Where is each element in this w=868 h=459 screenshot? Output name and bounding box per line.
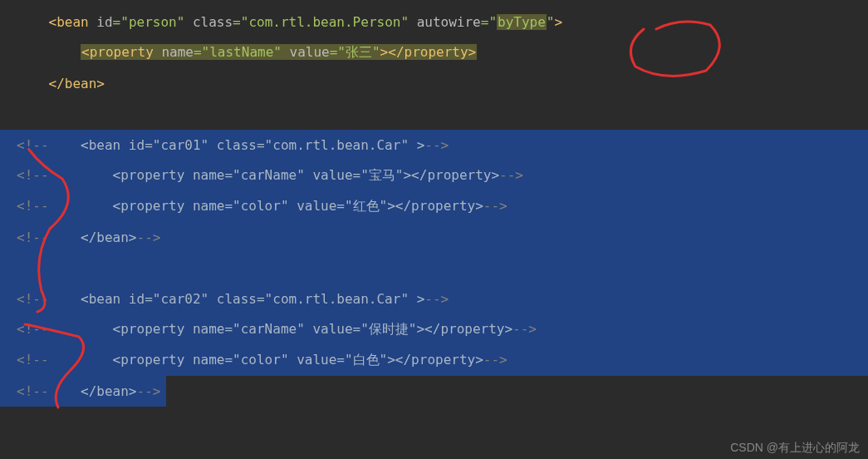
- attr-value: "com.rtl.bean.Person": [241, 14, 409, 30]
- code-line[interactable]: <!-- <property name="carName" value="宝马"…: [0, 160, 868, 191]
- code-line[interactable]: <bean id="person" class="com.rtl.bean.Pe…: [0, 7, 868, 37]
- comment-content: <property name="color" value="红色"></prop…: [49, 198, 483, 214]
- comment-marker: -->: [483, 352, 508, 368]
- xml-tag: >: [380, 44, 389, 60]
- code-line[interactable]: <!-- <property name="color" value="白色"><…: [0, 345, 868, 376]
- equals: =: [481, 14, 489, 30]
- comment-marker: -->: [512, 321, 537, 337]
- comment-marker: -->: [499, 167, 523, 183]
- comment-marker: <!--: [17, 383, 49, 399]
- xml-tag: </property>: [388, 44, 476, 60]
- comment-marker: -->: [137, 230, 161, 245]
- comment-content: </bean>: [49, 383, 137, 399]
- comment-marker: <!--: [17, 291, 49, 307]
- comment-marker: <!--: [17, 167, 49, 183]
- comment-content: <property name="color" value="白色"></prop…: [49, 352, 483, 368]
- equals: =: [194, 44, 202, 60]
- code-line[interactable]: <!-- </bean>-->: [0, 376, 868, 407]
- code-line[interactable]: <!-- <property name="carName" value="保时捷…: [0, 314, 868, 345]
- attr-value: ": [488, 14, 497, 30]
- equals: =: [233, 14, 241, 30]
- comment-marker: <!--: [17, 352, 49, 368]
- comment-content: <bean id="car01" class="com.rtl.bean.Car…: [49, 137, 425, 153]
- xml-tag: </bean>: [49, 76, 105, 91]
- attr-value: "person": [120, 14, 184, 30]
- comment-marker: <!--: [17, 230, 49, 245]
- comment-marker: -->: [483, 198, 508, 214]
- comment-marker: -->: [137, 383, 161, 399]
- attr-value: "张三": [337, 44, 380, 60]
- code-editor[interactable]: <bean id="person" class="com.rtl.bean.Pe…: [0, 0, 868, 413]
- comment-content: <property name="carName" value="宝马"></pr…: [49, 167, 500, 183]
- xml-tag: <bean: [49, 14, 89, 30]
- code-line[interactable]: <!-- <property name="color" value="红色"><…: [0, 191, 868, 222]
- xml-tag: >: [554, 14, 562, 30]
- equals: =: [113, 14, 121, 30]
- comment-marker: <!--: [17, 321, 49, 337]
- code-line[interactable]: <!-- </bean>-->: [0, 222, 868, 253]
- code-line[interactable]: <!-- <bean id="car02" class="com.rtl.bea…: [0, 284, 868, 314]
- comment-marker: -->: [424, 291, 449, 307]
- xml-tag: <property: [81, 44, 154, 60]
- attr-name: name: [154, 44, 194, 60]
- comment-content: <bean id="car02" class="com.rtl.bean.Car…: [49, 291, 425, 307]
- selection-highlight: [0, 253, 868, 284]
- watermark: CSDN @有上进心的阿龙: [730, 441, 860, 456]
- attr-name: id: [89, 14, 113, 30]
- code-line[interactable]: <!-- <bean id="car01" class="com.rtl.bea…: [0, 130, 868, 160]
- comment-content: </bean>: [49, 230, 137, 245]
- blank-line: [0, 99, 868, 130]
- comment-marker: <!--: [17, 137, 49, 153]
- attr-name: autowire: [409, 14, 481, 30]
- code-line[interactable]: </bean>: [0, 68, 868, 99]
- attr-value: "lastName": [202, 44, 282, 60]
- comment-marker: -->: [424, 137, 449, 153]
- code-line[interactable]: <property name="lastName" value="张三"></p…: [0, 37, 868, 68]
- comment-content: <property name="carName" value="保时捷"></p…: [49, 321, 513, 337]
- highlighted-text: byType: [497, 14, 547, 30]
- code-line[interactable]: [0, 253, 868, 284]
- attr-name: class: [184, 14, 233, 30]
- equals: =: [330, 44, 338, 60]
- comment-marker: <!--: [17, 198, 49, 214]
- attr-name: value: [282, 44, 330, 60]
